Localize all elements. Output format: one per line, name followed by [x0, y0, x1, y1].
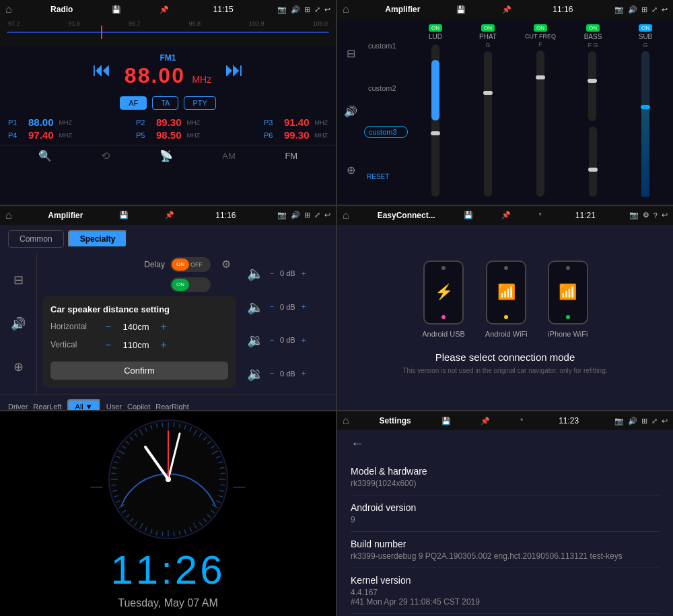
iphone-wifi-icon: 📶	[559, 283, 577, 301]
easy-camera-icon: 📷	[629, 211, 639, 219]
preset-freq-p5[interactable]: 98.50	[156, 129, 182, 141]
android-usb-option[interactable]: ⚡ Android USB	[422, 261, 465, 338]
amp-spk-screen-icon[interactable]: ⊞	[304, 211, 310, 219]
settings-volume-icon[interactable]: 🔊	[628, 417, 637, 425]
amp-spk-volume-icon[interactable]: 🔊	[291, 211, 300, 219]
vertical-plus[interactable]: ＋	[158, 338, 169, 352]
eq-bass-slider-g[interactable]	[589, 127, 597, 197]
preset-freq-p1[interactable]: 88.00	[28, 116, 54, 128]
settings-back-icon[interactable]: ↩	[662, 417, 668, 425]
amp-eq-icon[interactable]: ⊟	[13, 273, 24, 287]
eq-surround-icon[interactable]: ⊕	[347, 164, 355, 176]
radio-am-mode[interactable]: AM	[222, 151, 236, 161]
eq-preset-custom1[interactable]: custom1	[364, 40, 408, 51]
iphone-wifi-option[interactable]: 📶 iPhone WiFi	[548, 261, 588, 338]
eq-cutfreq-slider[interactable]	[536, 50, 544, 197]
radio-next-button[interactable]: ⏭	[225, 59, 244, 81]
amp-minus-3[interactable]: －	[268, 335, 276, 346]
amp-eq-back-icon[interactable]: ↩	[662, 5, 668, 14]
settings-expand-icon[interactable]: ⤢	[651, 417, 658, 425]
amp-eq-expand-icon[interactable]: ⤢	[651, 5, 658, 14]
amp-spk-pin-icon[interactable]: 📌	[165, 211, 174, 219]
settings-screen-icon[interactable]: ⊞	[641, 417, 647, 425]
horizontal-plus[interactable]: ＋	[158, 320, 169, 334]
eq-reset-label[interactable]: RESET	[364, 170, 408, 183]
easy-back-icon[interactable]: ↩	[662, 211, 668, 219]
eq-lud-slider[interactable]	[431, 44, 439, 197]
expand-icon[interactable]: ⤢	[314, 5, 320, 14]
radio-save-icon[interactable]: 💾	[112, 5, 121, 14]
eq-channel-sub: ON SUB G	[621, 24, 670, 199]
radio-search-icon[interactable]: 🔍	[38, 149, 52, 162]
eq-channel-bass: ON BASS F G	[568, 24, 618, 199]
amp-settings-icon[interactable]: ⚙	[221, 258, 231, 271]
preset-freq-p6[interactable]: 99.30	[284, 129, 310, 141]
easy-settings-icon[interactable]: ⚙	[643, 211, 649, 219]
radio-fm-mode[interactable]: FM	[285, 151, 297, 161]
settings-bt-icon: *	[520, 417, 523, 425]
amp-surr-icon[interactable]: ⊕	[13, 360, 24, 374]
delay-toggle-on[interactable]: ON	[170, 277, 211, 292]
settings-home-icon[interactable]: ⌂	[343, 415, 349, 427]
amp-tab-specialty[interactable]: Specialty	[68, 230, 128, 248]
easy-home-icon[interactable]: ⌂	[343, 209, 349, 221]
amp-plus-2[interactable]: ＋	[299, 301, 308, 312]
amp-all-button[interactable]: All ▼	[67, 399, 101, 411]
eq-phat-slider[interactable]	[484, 51, 492, 197]
android-wifi-option[interactable]: 📶 Android WiFi	[485, 261, 528, 338]
clock-dash-right: —	[234, 479, 246, 493]
settings-pin-icon[interactable]: 📌	[481, 417, 490, 425]
amp-plus-4[interactable]: ＋	[299, 368, 308, 379]
back-icon[interactable]: ↩	[324, 5, 330, 14]
amp-db-1: 0 dB	[280, 269, 295, 277]
confirm-button[interactable]: Confirm	[50, 362, 228, 380]
amp-spk-home-icon[interactable]: ⌂	[5, 209, 12, 221]
home-icon[interactable]: ⌂	[5, 3, 12, 15]
horizontal-minus[interactable]: －	[103, 320, 114, 334]
amp-spk-expand-icon[interactable]: ⤢	[314, 211, 320, 219]
vertical-minus[interactable]: －	[103, 338, 114, 352]
eq-speaker-icon[interactable]: 🔊	[344, 105, 357, 118]
settings-save-icon[interactable]: 💾	[441, 417, 451, 425]
amp-minus-4[interactable]: －	[268, 368, 276, 379]
eq-sub-slider[interactable]	[641, 51, 649, 197]
amp-eq-volume-icon[interactable]: 🔊	[628, 5, 637, 14]
eq-preset-custom2[interactable]: custom2	[364, 83, 408, 94]
volume-icon[interactable]: 🔊	[291, 5, 300, 14]
preset-freq-p2[interactable]: 89.30	[156, 116, 182, 128]
amp-eq-screen-icon[interactable]: ⊞	[641, 5, 647, 14]
eq-preset-custom3[interactable]: custom3	[364, 126, 408, 138]
iphone-wifi-label: iPhone WiFi	[548, 330, 588, 338]
radio-af-button[interactable]: AF	[120, 96, 147, 110]
radio-loop-icon[interactable]: ⟲	[101, 149, 110, 162]
eq-settings-icon[interactable]: ⊟	[347, 47, 355, 60]
screen-icon[interactable]: ⊞	[304, 5, 310, 14]
eq-bass-slider-f[interactable]	[588, 51, 596, 121]
easy-pin-icon[interactable]: 📌	[501, 211, 511, 219]
amp-db-2: 0 dB	[280, 303, 295, 311]
amp-minus-1[interactable]: －	[268, 268, 276, 279]
amp-vol-icon[interactable]: 🔊	[11, 316, 26, 331]
radio-pty-button[interactable]: PTY	[184, 96, 215, 110]
amp-minus-2[interactable]: －	[268, 301, 276, 312]
amp-eq-pin-icon[interactable]: 📌	[502, 5, 511, 14]
amp-tab-common[interactable]: Common	[8, 230, 64, 248]
preset-freq-p3[interactable]: 91.40	[284, 116, 310, 128]
amp-plus-3[interactable]: ＋	[299, 335, 308, 346]
radio-ta-button[interactable]: TA	[152, 96, 178, 110]
amp-eq-home-icon[interactable]: ⌂	[343, 3, 349, 15]
radio-pin-icon[interactable]: 📌	[160, 5, 169, 14]
preset-freq-p4[interactable]: 97.40	[28, 129, 54, 141]
amp-rearleft-label: RearLeft	[33, 403, 61, 411]
delay-toggle-off[interactable]: ON OFF	[170, 257, 211, 272]
easy-help-icon[interactable]: ?	[653, 211, 658, 219]
amp-plus-1[interactable]: ＋	[299, 268, 308, 279]
amp-eq-save-icon[interactable]: 💾	[456, 5, 466, 14]
amp-spk-back-icon[interactable]: ↩	[324, 211, 330, 219]
eq-phat-g: G	[485, 42, 490, 48]
radio-prev-button[interactable]: ⏮	[92, 59, 111, 81]
settings-back-button[interactable]: ←	[351, 436, 660, 451]
amp-spk-status-icons: 📷 🔊 ⊞ ⤢ ↩	[277, 211, 330, 219]
easy-save-icon[interactable]: 💾	[464, 211, 473, 219]
amp-spk-save-icon[interactable]: 💾	[119, 211, 129, 219]
